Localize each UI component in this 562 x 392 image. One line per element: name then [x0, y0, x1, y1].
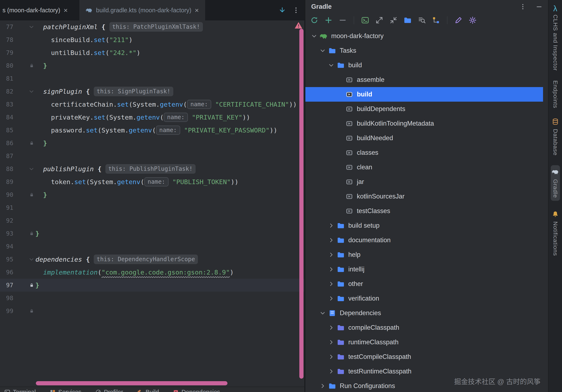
more-options-icon[interactable]: [292, 6, 300, 14]
fold-lock-icon-80[interactable]: [13, 59, 35, 72]
tree-item-build[interactable]: build: [305, 58, 543, 72]
tree-item-clean[interactable]: clean: [305, 160, 543, 174]
tool-window-button-notifications[interactable]: Notifications: [551, 210, 559, 256]
tree-item-tasks[interactable]: Tasks: [305, 43, 543, 58]
line-number-87[interactable]: 87: [0, 150, 13, 162]
inlay-hint[interactable]: this: PublishPluginTask!: [105, 164, 196, 174]
editor-horizontal-scrollbar[interactable]: [36, 381, 227, 385]
chevron-down-icon[interactable]: [318, 46, 328, 56]
close-tab-icon[interactable]: ×: [195, 7, 199, 14]
tool-window-button-database[interactable]: Database: [551, 118, 559, 156]
code-text-97[interactable]: }: [35, 279, 39, 292]
tree-item-testcompileclasspath[interactable]: testCompileClasspath: [305, 349, 543, 364]
tree-item-kotlinsourcesjar[interactable]: kotlinSourcesJar: [305, 189, 543, 204]
inlay-hint-param[interactable]: name:: [156, 126, 180, 135]
line-number-82[interactable]: 82: [0, 85, 13, 98]
fold-start-icon-77[interactable]: [13, 20, 35, 33]
tree-item-classes[interactable]: classes: [305, 145, 543, 160]
code-text-88[interactable]: publishPlugin { this: PublishPluginTask!: [35, 162, 196, 175]
tree-item-build[interactable]: build: [305, 87, 543, 102]
close-tab-icon[interactable]: ×: [64, 7, 68, 14]
line-number-95[interactable]: 95: [0, 253, 13, 266]
inlay-hint-param[interactable]: name:: [187, 100, 211, 109]
tree-item-help[interactable]: help: [305, 247, 543, 262]
code-text-85[interactable]: password.set(System.getenv(name: "PRIVAT…: [35, 124, 278, 137]
tree-item-buildkotlintoolingmetadata[interactable]: buildKotlinToolingMetadata: [305, 116, 543, 131]
inlay-hint[interactable]: this: DependencyHandlerScope: [94, 254, 198, 264]
tree-item-jar[interactable]: jar: [305, 174, 543, 189]
line-number-93[interactable]: 93: [0, 227, 13, 240]
chevron-right-icon[interactable]: [326, 352, 336, 362]
fold-lock-icon-86[interactable]: [13, 137, 35, 150]
inlay-hint-param[interactable]: name:: [164, 113, 188, 122]
line-number-77[interactable]: 77: [0, 20, 13, 33]
tab-settings-gradle-kts[interactable]: s (moon-dark-factory) ×: [0, 0, 74, 20]
tab-build-gradle-kts[interactable]: build.gradle.kts (moon-dark-factory) ×: [79, 0, 205, 20]
line-number-84[interactable]: 84: [0, 111, 13, 124]
code-text-78[interactable]: sinceBuild.set("211"): [35, 33, 133, 46]
fold-start-icon-95[interactable]: [13, 253, 35, 266]
tree-item-builddependents[interactable]: buildDependents: [305, 102, 543, 116]
fold-lock-icon-97[interactable]: [13, 279, 35, 292]
code-text-90[interactable]: }: [35, 188, 47, 201]
chevron-down-icon[interactable]: [309, 31, 319, 41]
tree-item-testclasses[interactable]: testClasses: [305, 204, 543, 218]
code-text-80[interactable]: }: [35, 59, 47, 72]
code-editor[interactable]: 77 patchPluginXml { this: PatchPluginXml…: [0, 20, 304, 392]
tree-item-other[interactable]: other: [305, 277, 543, 291]
status-item-build[interactable]: Build: [137, 389, 159, 392]
inlay-hint[interactable]: this: SignPluginTask!: [94, 87, 173, 96]
hide-panel-icon[interactable]: [536, 3, 543, 10]
line-number-78[interactable]: 78: [0, 33, 13, 46]
chevron-right-icon[interactable]: [326, 235, 336, 245]
fold-start-icon-82[interactable]: [13, 85, 35, 98]
tree-item-build-setup[interactable]: build setup: [305, 218, 543, 233]
line-number-88[interactable]: 88: [0, 162, 13, 175]
code-text-79[interactable]: untilBuild.set("242.*"): [35, 46, 140, 59]
tool-window-button-endpoints[interactable]: Endpoints: [552, 81, 559, 108]
inlay-hint[interactable]: this: PatchPluginXmlTask!: [109, 22, 203, 32]
chevron-right-icon[interactable]: [326, 337, 336, 347]
tree-item-documentation[interactable]: documentation: [305, 233, 543, 247]
chevron-down-icon[interactable]: [326, 60, 336, 70]
line-number-97[interactable]: 97: [0, 279, 13, 292]
navigate-down-icon[interactable]: [279, 6, 286, 14]
tree-item-moon-dark-factory[interactable]: moon-dark-factory: [305, 29, 543, 43]
inlay-hint-param[interactable]: name:: [144, 177, 168, 186]
tree-item-verification[interactable]: verification: [305, 291, 543, 306]
editor-vertical-scrollbar[interactable]: [299, 29, 304, 379]
status-item-services[interactable]: Services: [50, 389, 82, 392]
chevron-right-icon[interactable]: [326, 293, 336, 303]
tool-window-button-gradle[interactable]: Gradle: [551, 165, 560, 201]
chevron-right-icon[interactable]: [326, 220, 336, 231]
tree-item-intellij[interactable]: intellij: [305, 262, 543, 277]
tree-item-dependencies[interactable]: Dependencies: [305, 306, 543, 320]
chevron-right-icon[interactable]: [326, 323, 336, 333]
collapse-all-button[interactable]: [389, 16, 398, 24]
line-number-83[interactable]: 83: [0, 98, 13, 111]
code-text-89[interactable]: token.set(System.getenv(name: "PUBLISH_T…: [35, 175, 238, 188]
chevron-right-icon[interactable]: [326, 264, 336, 274]
tree-item-runtimeclasspath[interactable]: runtimeClasspath: [305, 335, 543, 349]
line-number-98[interactable]: 98: [0, 292, 13, 304]
code-text-93[interactable]: }: [35, 227, 39, 240]
code-text-96[interactable]: implementation("com.google.code.gson:gso…: [35, 266, 234, 279]
code-text-83[interactable]: certificateChain.set(System.getenv(name:…: [35, 98, 297, 111]
tool-window-button-clhs-and-inspector[interactable]: λCLHS and Inspector: [552, 5, 559, 71]
attach-gradle-project-button[interactable]: [324, 16, 333, 24]
line-number-96[interactable]: 96: [0, 266, 13, 279]
chevron-right-icon[interactable]: [326, 366, 336, 376]
line-number-90[interactable]: 90: [0, 188, 13, 201]
chevron-right-icon[interactable]: [318, 381, 328, 391]
status-item-profiler[interactable]: Profiler: [95, 389, 123, 392]
line-number-80[interactable]: 80: [0, 59, 13, 72]
task-activation-button[interactable]: [432, 16, 440, 24]
find-task-button[interactable]: [417, 16, 426, 24]
gradle-settings-button[interactable]: [468, 16, 477, 24]
code-text-86[interactable]: }: [35, 137, 47, 150]
panel-options-icon[interactable]: [519, 3, 526, 10]
line-number-92[interactable]: 92: [0, 214, 13, 227]
decorations-button[interactable]: [454, 16, 463, 24]
line-number-91[interactable]: 91: [0, 201, 13, 214]
fold-lock-icon-93[interactable]: [13, 227, 35, 240]
